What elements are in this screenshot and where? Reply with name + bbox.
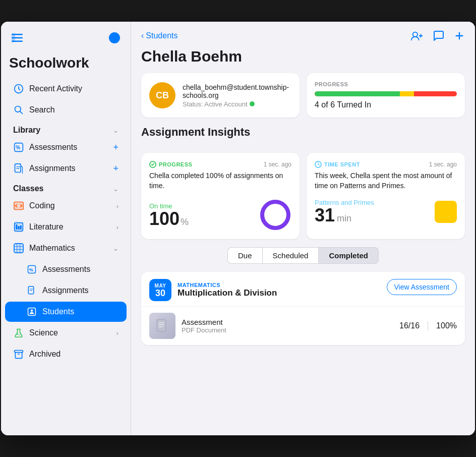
breadcrumb[interactable]: ‹ Students [141,31,177,40]
svg-rect-2 [12,37,23,39]
main-header: ‹ Students [131,22,475,46]
sidebar-item-literature[interactable]: Literature › [5,217,127,237]
profile-icon-button[interactable] [106,30,123,46]
search-label: Search [29,105,118,115]
assignments-lib-add-icon[interactable]: + [113,163,118,174]
tab-due[interactable]: Due [227,247,262,264]
progress-type: PROGRESS [149,161,192,168]
time-value-row: 31 min [315,206,374,224]
avatar-initials: CB [156,90,169,101]
sidebar-toggle-button[interactable] [9,30,25,46]
avatar: CB [149,82,175,108]
progress-value-row: 100 % [149,210,189,228]
sidebar-top [1,30,131,51]
assignment-group: MAY 30 MATHEMATICS Multiplication & Divi… [141,272,465,345]
assignment-item-type: PDF Document [182,326,393,334]
assessments-lib-add-icon[interactable]: + [113,142,118,153]
sidebar-item-recent-activity[interactable]: Recent Activity [5,79,127,99]
svg-rect-36 [157,319,166,331]
assignment-item-stats: 16/16 100% [399,321,457,330]
progress-stat-left: On time 100 % [149,202,189,228]
sidebar: Schoolwork Recent Activity Search [1,22,131,435]
svg-rect-16 [18,226,19,230]
time-timestamp: 1 sec. ago [429,161,457,168]
sidebar-item-assignments-lib[interactable]: Assignments + [5,158,127,179]
time-stat-unit: min [337,213,351,224]
students-label: Students [42,307,118,316]
progress-bar [315,91,457,96]
sidebar-item-assignments-math[interactable]: Assignments [5,280,127,301]
svg-text:%: % [29,267,33,272]
progress-turned-in: 4 of 6 Turned In [315,100,457,109]
tabs-row: Due Scheduled Completed [141,247,465,264]
donut-svg [259,199,291,231]
science-chevron-icon: › [116,329,118,337]
time-description: This week, Chella spent the most amount … [315,171,457,191]
assignment-title-area: MAY 30 MATHEMATICS Multiplication & Divi… [149,279,387,301]
svg-point-28 [17,333,19,335]
assignment-class-label: MATHEMATICS [177,282,277,288]
time-stat-left: Patterns and Primes 31 min [315,199,374,224]
sidebar-item-coding[interactable]: Coding › [5,196,127,216]
sidebar-item-students-math[interactable]: Students [5,302,127,322]
assignment-thumb-inner [149,313,175,339]
classes-section-header: Classes ⌄ [5,179,127,195]
svg-point-31 [413,32,418,37]
recent-activity-label: Recent Activity [29,84,118,93]
sidebar-item-science[interactable]: Science › [5,323,127,343]
coding-icon [13,200,24,211]
sidebar-item-mathematics[interactable]: Mathematics ⌄ [5,238,127,258]
literature-icon [13,221,24,233]
sidebar-item-assessments-math[interactable]: % Assessments [5,259,127,279]
library-chevron-icon[interactable]: ⌄ [113,127,118,134]
svg-rect-26 [28,287,34,294]
coding-label: Coding [29,201,116,210]
date-badge: MAY 30 [149,279,171,301]
progress-timestamp: 1 sec. ago [264,161,291,168]
classes-chevron-icon[interactable]: ⌄ [113,185,118,193]
svg-rect-18 [14,244,23,253]
chat-action-button[interactable] [433,30,445,42]
progress-insight-header: PROGRESS 1 sec. ago [149,161,291,168]
add-action-button[interactable] [454,30,465,41]
stats-divider [428,321,428,330]
svg-rect-17 [20,225,22,230]
archived-label: Archived [29,350,118,359]
mathematics-chevron-icon[interactable]: ⌄ [113,245,118,252]
profile-status-text: Status: Active Account [183,100,248,108]
svg-rect-1 [12,34,23,35]
tab-completed[interactable]: Completed [319,247,379,264]
library-label: Library [13,126,40,135]
main-content: ‹ Students [131,22,475,435]
tab-scheduled[interactable]: Scheduled [262,247,319,264]
time-stat-row: Patterns and Primes 31 min [315,199,457,224]
sidebar-item-archived[interactable]: Archived [5,344,127,364]
donut-chart [259,199,291,231]
assignments-math-icon [26,285,37,296]
progress-insight-card: PROGRESS 1 sec. ago Chella completed 100… [141,153,300,239]
group-action-button[interactable] [410,30,424,41]
svg-point-5 [112,35,116,38]
classes-label: Classes [13,184,44,193]
view-assessment-button[interactable]: View Assessment [387,279,457,295]
date-day: 30 [155,289,165,298]
assignment-pct: 100% [436,321,457,330]
progress-bar-green [315,91,400,96]
sidebar-item-assessments-lib[interactable]: % Assessments + [5,137,127,157]
archive-icon [13,349,24,360]
progress-type-icon [149,161,156,168]
time-visual-icon [435,201,457,223]
clock-icon [13,83,24,94]
coding-chevron-icon: › [116,202,118,210]
assignments-lib-label: Assignments [29,164,113,173]
students-icon [26,306,37,317]
header-actions [410,30,465,42]
progress-label: PROGRESS [315,81,457,87]
insights-section-title: Assignment Insights [141,126,465,139]
profile-email: chella_boehm@student.township-schools.or… [183,83,291,99]
assignment-item-name: Assessment [182,318,393,326]
library-section-header: Library ⌄ [5,121,127,137]
sidebar-item-search[interactable]: Search [5,100,127,120]
time-stat-value: 31 [315,206,335,224]
svg-point-34 [262,202,288,228]
